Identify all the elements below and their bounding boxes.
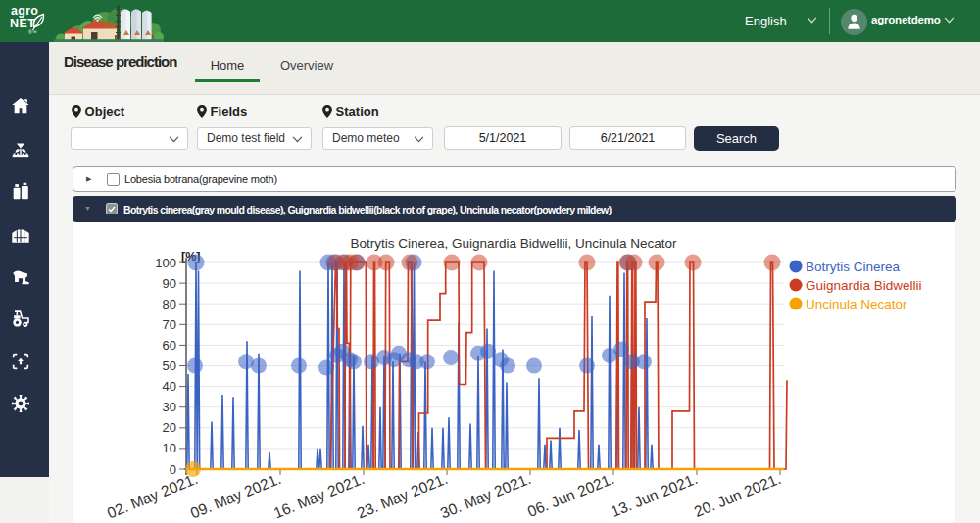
svg-text:80: 80 (163, 297, 176, 311)
svg-text:0: 0 (170, 462, 176, 477)
svg-text:30. May 2021.: 30. May 2021. (438, 470, 533, 522)
svg-text:100: 100 (155, 256, 176, 270)
svg-text:Uncinula Necator: Uncinula Necator (806, 297, 907, 311)
svg-text:06. Jun 2021.: 06. Jun 2021. (525, 470, 616, 520)
svg-text:20: 20 (163, 420, 176, 435)
svg-text:60: 60 (163, 338, 176, 353)
svg-text:Guignardia Bidwellii: Guignardia Bidwellii (806, 278, 922, 293)
svg-text:10: 10 (163, 441, 176, 455)
svg-text:Botrytis Cinerea, Guignardia B: Botrytis Cinerea, Guignardia Bidwellii, … (350, 236, 677, 251)
svg-text:50: 50 (163, 358, 176, 373)
svg-text:13. Jun 2021.: 13. Jun 2021. (609, 470, 700, 520)
svg-text:Botrytis Cinerea: Botrytis Cinerea (806, 260, 901, 274)
svg-text:40: 40 (163, 379, 176, 394)
svg-text:09. May 2021.: 09. May 2021. (188, 470, 283, 522)
svg-text:02. May 2021.: 02. May 2021. (105, 470, 200, 522)
svg-text:16. May 2021.: 16. May 2021. (271, 470, 367, 522)
svg-text:23. May 2021.: 23. May 2021. (355, 470, 450, 522)
svg-text:70: 70 (163, 317, 176, 332)
svg-text:30: 30 (163, 400, 176, 414)
svg-text:90: 90 (163, 276, 176, 291)
svg-text:20. Jun 2021.: 20. Jun 2021. (692, 470, 783, 520)
